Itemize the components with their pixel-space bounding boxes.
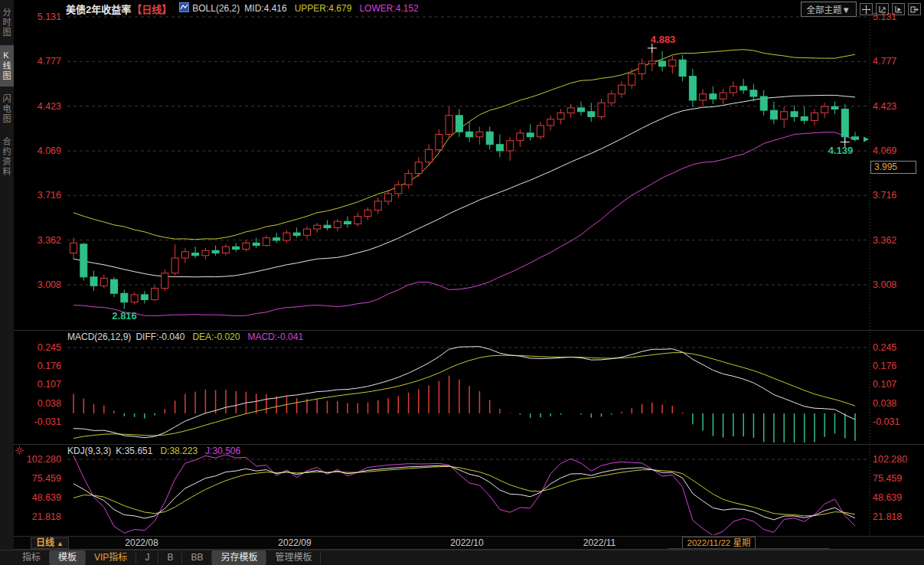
kdj-j-value: J:30.506 xyxy=(205,446,240,458)
kdj-d-value: D:38.223 xyxy=(160,446,198,458)
chart-application: 分时图 K线图 闪电图 合约资料 美债2年收益率 【日线】 BOLL(26,2)… xyxy=(0,0,924,565)
macd-dea-value: DEA:-0.020 xyxy=(192,331,240,344)
kdj-k-value: K:35.651 xyxy=(116,446,152,458)
macd-indicator-label: MACD(26,12,9) xyxy=(67,331,131,344)
recent-low-annotation: 4.139 xyxy=(828,145,854,156)
kdj-panel-header: KDJ(9,3,3) K:35.651 D:38.223 J:30.506 xyxy=(67,446,240,458)
kdj-indicator-label: KDJ(9,3,3) xyxy=(67,446,111,458)
high-annotation: 4.883 xyxy=(651,34,676,45)
chart-canvas[interactable] xyxy=(0,0,924,565)
macd-macd-value: MACD:-0.041 xyxy=(247,331,303,344)
macd-diff-value: DIFF:-0.040 xyxy=(135,331,184,344)
macd-panel-header: MACD(26,12,9) DIFF:-0.040 DEA:-0.020 MAC… xyxy=(67,331,303,344)
last-price-box: 3.995 xyxy=(870,161,916,174)
low-annotation: 2.816 xyxy=(112,310,137,322)
